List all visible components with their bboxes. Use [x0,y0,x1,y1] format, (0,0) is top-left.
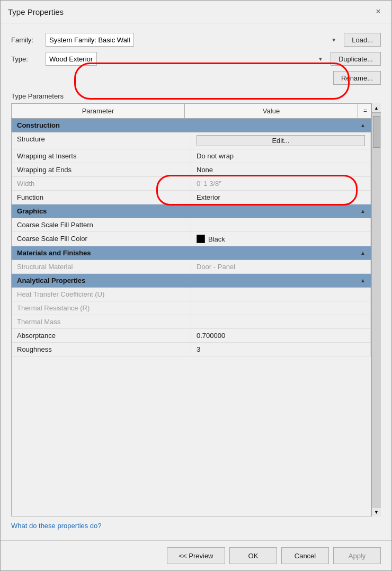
table-row: Coarse Scale Fill ColorBlack [12,232,371,246]
collapse-icon[interactable]: ▲ [360,122,366,128]
value-cell [191,288,371,301]
table-row: Coarse Scale Fill Pattern [12,218,371,232]
header-parameter: Parameter [12,104,185,118]
table-row: StructureEdit... [12,132,371,149]
type-label: Type: [11,55,46,63]
family-row: Family: System Family: Basic Wall ▼ Load… [11,33,381,47]
type-select[interactable]: Wood Exterior [46,52,97,66]
param-cell: Thermal Resistance (R) [12,301,191,315]
param-cell: Wrapping at Inserts [12,149,191,163]
ok-button[interactable]: OK [229,547,277,564]
collapse-icon[interactable]: ▲ [360,250,366,256]
value-cell: 0' 1 3/8" [191,177,371,190]
value-cell: 0.700000 [191,329,371,342]
preview-button[interactable]: << Preview [167,547,225,564]
scroll-up-arrow[interactable]: ▲ [372,103,381,113]
param-cell: Width [12,177,191,190]
header-value: Value [185,104,358,118]
color-swatch [197,235,205,243]
edit-structure-button[interactable]: Edit... [197,135,365,146]
type-parameters-label: Type Parameters [11,92,381,100]
value-cell: Exterior [191,191,371,204]
param-cell: Function [12,191,191,204]
param-cell: Coarse Scale Fill Pattern [12,218,191,231]
family-select-wrapper: System Family: Basic Wall ▼ [46,33,340,47]
apply-button[interactable]: Apply [333,547,381,564]
value-cell: 3 [191,343,371,356]
dialog-footer: << Preview OK Cancel Apply [1,540,391,570]
type-dropdown-arrow: ▼ [318,56,323,62]
value-cell: Black [191,232,371,246]
param-cell: Thermal Mass [12,315,191,328]
value-cell: Door - Panel [191,260,371,273]
title-bar: Type Properties × [1,1,391,23]
group-header-materials-and-finishes: Materials and Finishes▲ [12,246,371,260]
param-cell: Structural Material [12,260,191,273]
close-button[interactable]: × [372,6,384,17]
param-cell: Roughness [12,343,191,356]
value-cell[interactable]: Edit... [191,132,371,149]
family-select[interactable]: System Family: Basic Wall [46,33,134,47]
scroll-down-arrow[interactable]: ▼ [372,507,381,516]
color-label: Black [208,235,225,243]
table-row: Thermal Mass [12,315,371,329]
table-row: Absorptance0.700000 [12,329,371,343]
value-cell: Do not wrap [191,149,371,163]
table-row: Wrapping at InsertsDo not wrap [12,149,371,163]
table-header: Parameter Value = [12,104,371,119]
value-cell [191,218,371,231]
group-header-analytical-properties: Analytical Properties▲ [12,274,371,288]
parameters-table: Parameter Value = Construction▲Structure… [11,103,371,516]
help-link-row: What do these properties do? [11,522,381,530]
table-body: Construction▲StructureEdit...Wrapping at… [12,119,371,516]
collapse-icon[interactable]: ▲ [360,208,366,214]
rename-row: Rename... [11,71,381,85]
help-link[interactable]: What do these properties do? [11,522,102,530]
param-cell: Structure [12,132,191,149]
scroll-track[interactable] [372,113,381,507]
value-cell [191,301,371,315]
rename-button[interactable]: Rename... [333,71,381,85]
group-header-construction: Construction▲ [12,119,371,132]
table-row: Wrapping at EndsNone [12,163,371,177]
param-cell: Wrapping at Ends [12,163,191,176]
family-dropdown-arrow: ▼ [331,37,336,43]
duplicate-button[interactable]: Duplicate... [331,52,381,66]
value-cell: None [191,163,371,176]
type-properties-dialog: Type Properties × Family: System Family:… [0,0,392,571]
param-cell: Heat Transfer Coefficient (U) [12,288,191,301]
table-row: FunctionExterior [12,191,371,204]
collapse-icon[interactable]: ▲ [360,278,366,283]
table-row: Heat Transfer Coefficient (U) [12,288,371,301]
dialog-content: Family: System Family: Basic Wall ▼ Load… [1,23,391,540]
header-eq: = [358,104,371,118]
scrollbar[interactable]: ▲ ▼ [371,103,381,516]
load-button[interactable]: Load... [344,33,381,47]
param-cell: Absorptance [12,329,191,342]
value-cell [191,315,371,328]
type-select-wrapper: Wood Exterior ▼ [46,52,326,66]
type-row: Type: Wood Exterior ▼ Duplicate... [11,52,381,66]
table-row: Width0' 1 3/8" [12,177,371,191]
cancel-button[interactable]: Cancel [281,547,329,564]
family-label: Family: [11,36,46,44]
group-header-graphics: Graphics▲ [12,204,371,218]
param-cell: Coarse Scale Fill Color [12,232,191,246]
dialog-title: Type Properties [8,7,64,16]
table-row: Roughness3 [12,343,371,356]
table-row: Structural MaterialDoor - Panel [12,260,371,274]
scroll-thumb[interactable] [373,116,380,148]
table-row: Thermal Resistance (R) [12,301,371,315]
